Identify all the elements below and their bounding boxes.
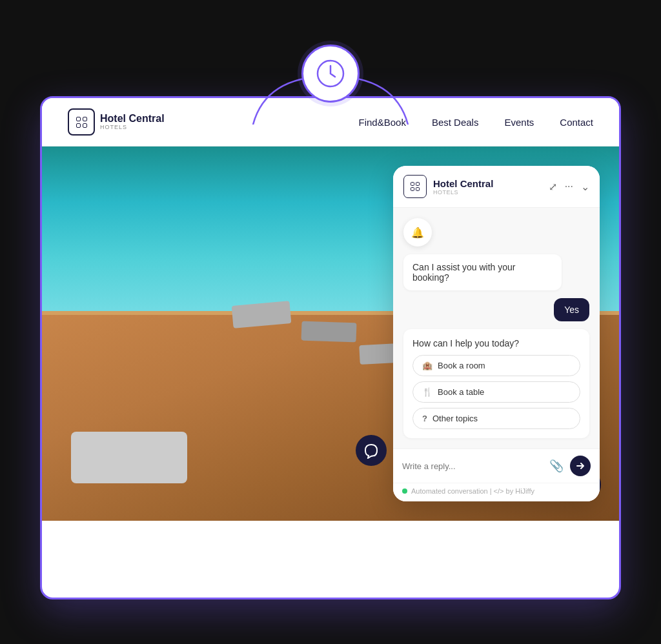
scene: Hotel Central HOTELS Find&Book Best Deal… — [40, 45, 621, 599]
chat-logo-dot-br — [416, 187, 420, 191]
chat-logo-dot-tl — [411, 182, 414, 186]
notification-bubble: 🔔 — [403, 218, 432, 247]
chat-reply-input[interactable] — [402, 461, 543, 471]
bot-options-message: How can I help you today? 🏨 Book a room … — [403, 329, 589, 438]
clock-icon — [301, 45, 360, 103]
bell-icon: 🔔 — [411, 226, 424, 239]
option-other-topics[interactable]: ? Other topics — [412, 408, 580, 429]
logo-dot-tl — [76, 117, 81, 121]
online-indicator — [402, 488, 407, 494]
book-room-emoji: 🏨 — [422, 361, 432, 370]
bot-message-1: Can I assist you with your booking? — [403, 254, 562, 290]
chat-footer-text: Automated conversation | </> by HiJiffy — [411, 487, 534, 495]
chat-title: Hotel Central — [433, 178, 542, 189]
sofa-lounger — [71, 432, 187, 483]
logo-text-area: Hotel Central HOTELS — [100, 114, 165, 130]
hotel-sub: HOTELS — [100, 124, 165, 130]
chat-logo-dot-tr — [416, 182, 420, 186]
pool-hero-image: Hotel Central HOTELS ⤢ ··· ⌄ 🔔 — [42, 146, 619, 521]
option-book-table[interactable]: 🍴 Book a table — [412, 381, 580, 403]
user-message-text-1: Yes — [564, 305, 579, 315]
book-room-label: Book a room — [438, 361, 485, 370]
chat-title-area: Hotel Central HOTELS — [433, 178, 542, 196]
nav-contact[interactable]: Contact — [560, 117, 593, 128]
chat-widget: Hotel Central HOTELS ⤢ ··· ⌄ 🔔 — [393, 166, 600, 501]
nav-best-deals[interactable]: Best Deals — [432, 117, 479, 128]
book-table-emoji: 🍴 — [422, 387, 432, 397]
hotel-name: Hotel Central — [100, 114, 165, 124]
logo-icon — [68, 108, 95, 136]
book-table-label: Book a table — [438, 387, 484, 397]
chat-logo — [403, 175, 427, 198]
more-button[interactable]: ··· — [565, 181, 573, 192]
other-topics-emoji: ? — [422, 414, 427, 423]
other-topics-label: Other topics — [432, 414, 478, 423]
option-book-room[interactable]: 🏨 Book a room — [412, 355, 580, 376]
chevron-down-button[interactable]: ⌄ — [581, 181, 589, 193]
chat-widget-header: Hotel Central HOTELS ⤢ ··· ⌄ — [393, 166, 600, 208]
expand-button[interactable]: ⤢ — [549, 181, 557, 193]
bot-message-text-1: Can I assist you with your booking? — [412, 262, 516, 283]
bot-options-question: How can I help you today? — [412, 338, 580, 348]
chat-footer: Automated conversation | </> by HiJiffy — [393, 483, 600, 501]
lounge-chair-2 — [301, 321, 357, 342]
browser-window: Hotel Central HOTELS Find&Book Best Deal… — [40, 96, 621, 599]
chat-header-actions: ⤢ ··· ⌄ — [549, 181, 589, 193]
user-message-1: Yes — [554, 298, 589, 321]
chat-side-button[interactable] — [356, 435, 387, 466]
chat-logo-dot-bl — [411, 187, 414, 191]
logo-dot-bl — [76, 123, 81, 128]
hotel-logo: Hotel Central HOTELS — [68, 108, 165, 136]
attach-icon[interactable]: 📎 — [549, 459, 564, 473]
logo-dot-br — [83, 123, 87, 128]
send-button[interactable] — [570, 456, 591, 476]
logo-dot-tr — [83, 117, 87, 121]
nav-events[interactable]: Events — [504, 117, 534, 128]
chat-subtitle: HOTELS — [433, 189, 542, 196]
chat-messages: 🔔 Can I assist you with your booking? Ye… — [393, 208, 600, 448]
chat-input-area: 📎 — [393, 448, 600, 483]
